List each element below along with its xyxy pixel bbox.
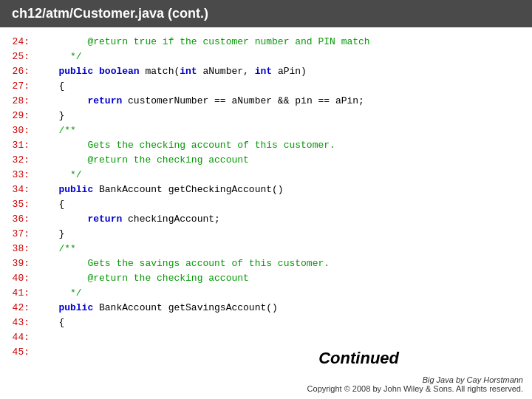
code-line: /** <box>41 123 526 138</box>
line-number: 40: <box>6 271 30 286</box>
line-number: 42: <box>6 301 30 316</box>
code-line: return checkingAccount; <box>41 212 526 227</box>
line-number: 27: <box>6 79 30 94</box>
line-number: 32: <box>6 153 30 168</box>
code-line: /** <box>41 242 526 256</box>
line-number: 28: <box>6 94 30 109</box>
code-line: Gets the checking account of this custom… <box>41 138 526 153</box>
line-number: 33: <box>6 168 30 183</box>
code-line: @return the checking account <box>41 271 526 286</box>
line-number: 43: <box>6 316 30 330</box>
line-number: 29: <box>6 109 30 123</box>
footer: Big Java by Cay Horstmann Copyright © 20… <box>0 369 532 399</box>
code-line: public boolean match(int aNumber, int aP… <box>41 64 526 79</box>
line-number: 30: <box>6 123 30 138</box>
line-number: 36: <box>6 212 30 227</box>
line-number: 41: <box>6 286 30 301</box>
line-number: 38: <box>6 242 30 256</box>
code-line: public BankAccount getSavingsAccount() <box>41 301 526 316</box>
line-number: 45: <box>6 345 30 360</box>
line-number: 39: <box>6 256 30 271</box>
line-number: 25: <box>6 50 30 64</box>
footer-line2: Copyright © 2008 by John Wiley & Sons. A… <box>307 384 523 393</box>
code-line: { <box>41 197 526 212</box>
code-area: @return true if the customer number and … <box>35 35 532 364</box>
code-content: 24:25:26:27:28:29:30:31:32:33:34:35:36:3… <box>0 27 532 364</box>
line-number: 34: <box>6 183 30 197</box>
page-title: ch12/atm/Customer.java (cont.) <box>0 0 532 27</box>
code-line: @return the checking account <box>41 153 526 168</box>
code-line: */ <box>41 168 526 183</box>
line-number: 35: <box>6 197 30 212</box>
footer-line1: Big Java by Cay Horstmann <box>423 375 523 384</box>
code-line: */ <box>41 50 526 64</box>
code-line: { <box>41 79 526 94</box>
line-number: 31: <box>6 138 30 153</box>
code-line: @return true if the customer number and … <box>41 35 526 50</box>
line-number: 37: <box>6 227 30 242</box>
code-line: return customerNumber == aNumber && pin … <box>41 94 526 109</box>
code-line: } <box>41 227 526 242</box>
line-number: 26: <box>6 64 30 79</box>
line-number: 24: <box>6 35 30 50</box>
code-line: { <box>41 316 526 330</box>
code-line: } <box>41 109 526 123</box>
code-line: public BankAccount getCheckingAccount() <box>41 183 526 197</box>
code-line: */ <box>41 286 526 301</box>
line-number: 44: <box>6 330 30 345</box>
continued-label: Continued <box>318 349 399 368</box>
code-line: Gets the savings account of this custome… <box>41 256 526 271</box>
line-numbers: 24:25:26:27:28:29:30:31:32:33:34:35:36:3… <box>0 35 35 364</box>
